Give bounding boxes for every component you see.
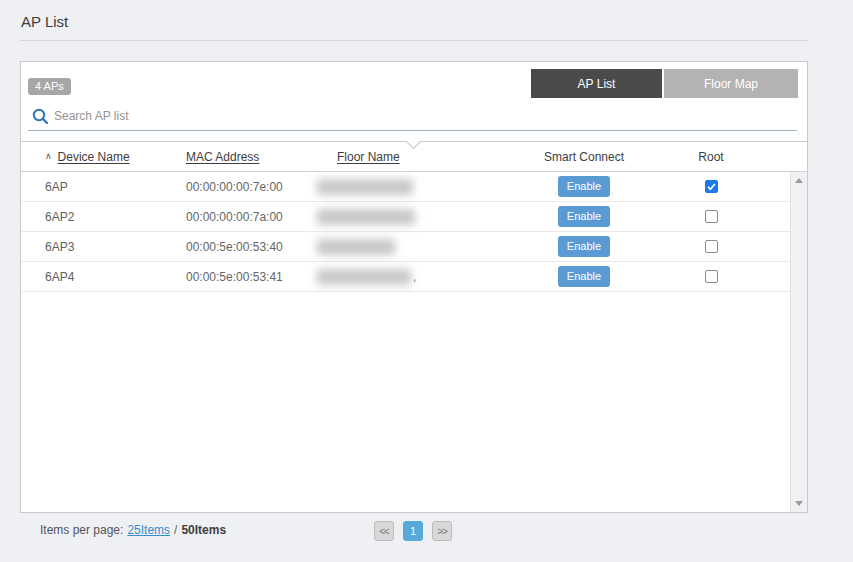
tab-ap-list[interactable]: AP List (531, 69, 662, 98)
cell-device-name: 6AP3 (21, 240, 186, 254)
title-divider (20, 40, 808, 41)
cell-device-name: 6AP (21, 180, 186, 194)
table-row: 6AP4 00:00:5e:00:53:41 , Enable (21, 262, 790, 292)
search-underline (28, 130, 797, 131)
search-row (21, 104, 807, 131)
column-header-root: Root (661, 150, 789, 164)
items-separator: / (174, 523, 177, 537)
cell-floor-name (317, 209, 507, 225)
cell-smart-connect: Enable (507, 266, 661, 287)
table-row: 6AP3 00:00:5e:00:53:40 Enable (21, 232, 790, 262)
enable-button[interactable]: Enable (558, 266, 610, 287)
page-title: AP List (21, 13, 68, 30)
cell-mac-address: 00:00:5e:00:53:41 (186, 270, 317, 284)
root-checkbox[interactable] (705, 210, 718, 223)
next-page-button[interactable]: >> (432, 521, 452, 541)
root-checkbox[interactable] (705, 240, 718, 253)
scroll-down-icon[interactable] (791, 495, 807, 512)
tab-floor-map[interactable]: Floor Map (664, 69, 798, 98)
cell-device-name: 6AP4 (21, 270, 186, 284)
table-header: ∧ Device Name MAC Address Floor Name Sma… (21, 141, 807, 172)
enable-button[interactable]: Enable (558, 176, 610, 197)
cell-smart-connect: Enable (507, 176, 661, 197)
table-row: 6AP 00:00:00:00:7e:00 Enable (21, 172, 790, 202)
cell-mac-address: 00:00:00:00:7a:00 (186, 210, 317, 224)
table-rows: 6AP 00:00:00:00:7e:00 Enable 6AP2 00:00: (21, 172, 790, 292)
root-checkbox[interactable] (705, 270, 718, 283)
cell-mac-address: 00:00:00:00:7e:00 (186, 180, 317, 194)
cell-floor-name (317, 179, 507, 195)
items-50-option: 50Items (181, 523, 226, 537)
ap-list-panel: 4 APs AP List Floor Map ∧ Device Name MA… (20, 61, 808, 513)
sort-asc-icon: ∧ (45, 152, 52, 161)
column-header-floor-name[interactable]: Floor Name (317, 150, 507, 164)
cell-mac-address: 00:00:5e:00:53:40 (186, 240, 317, 254)
cell-smart-connect: Enable (507, 236, 661, 257)
prev-page-button[interactable]: << (374, 521, 394, 541)
cell-device-name: 6AP2 (21, 210, 186, 224)
table-scroll-region: 6AP 00:00:00:00:7e:00 Enable 6AP2 00:00: (21, 172, 807, 512)
search-icon (32, 108, 49, 125)
redacted-floor-name (317, 209, 415, 225)
redacted-floor-name (317, 179, 413, 195)
enable-button[interactable]: Enable (558, 236, 610, 257)
column-header-smart-connect: Smart Connect (507, 150, 661, 164)
ap-count-badge: 4 APs (28, 78, 71, 95)
cell-floor-name: , (317, 269, 507, 285)
scroll-up-icon[interactable] (791, 172, 807, 189)
items-per-page-label: Items per page: (40, 523, 123, 537)
cell-root (661, 210, 789, 223)
items-25-link[interactable]: 25Items (127, 523, 170, 537)
current-page-button[interactable]: 1 (403, 521, 423, 541)
pagination: << 1 >> (374, 521, 452, 541)
redacted-floor-name (317, 239, 395, 255)
redacted-floor-name (317, 269, 411, 285)
cell-root (661, 180, 789, 193)
column-header-mac-address[interactable]: MAC Address (186, 150, 317, 164)
vertical-scrollbar[interactable] (790, 172, 807, 512)
column-header-device-name[interactable]: ∧ Device Name (21, 150, 186, 164)
enable-button[interactable]: Enable (558, 206, 610, 227)
cell-root (661, 240, 789, 253)
cell-smart-connect: Enable (507, 206, 661, 227)
table-row: 6AP2 00:00:00:00:7a:00 Enable (21, 202, 790, 232)
view-toggle: AP List Floor Map (531, 69, 798, 98)
root-checkbox[interactable] (705, 180, 718, 193)
items-per-page: Items per page: 25Items / 50Items (40, 523, 226, 537)
cell-root (661, 270, 789, 283)
cell-floor-name (317, 239, 507, 255)
search-input[interactable] (54, 106, 654, 126)
